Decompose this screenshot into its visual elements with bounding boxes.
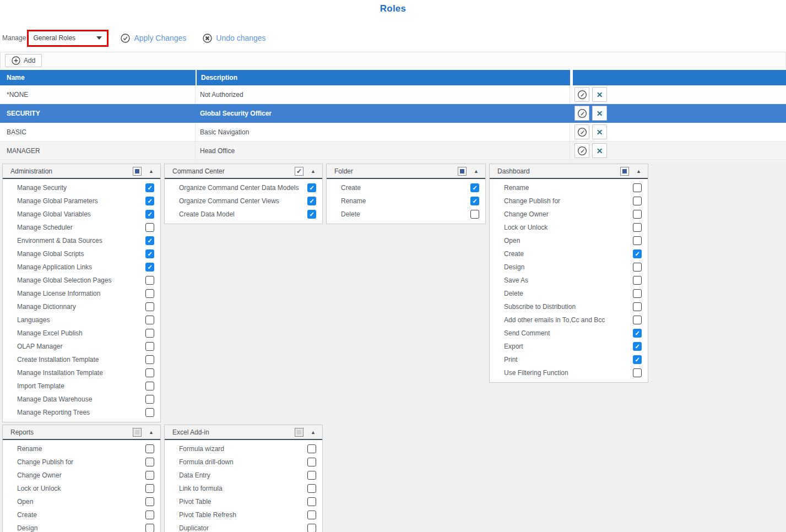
permission-item: Formula drill-down (165, 455, 322, 469)
delete-role-button[interactable]: ✕ (592, 124, 607, 139)
permission-checkbox[interactable] (307, 484, 316, 493)
permission-checkbox[interactable] (145, 368, 154, 377)
permission-checkbox[interactable] (145, 223, 154, 232)
permission-checkbox[interactable] (145, 236, 154, 245)
add-role-button[interactable]: Add (5, 54, 42, 67)
permission-checkbox[interactable] (633, 249, 642, 258)
permission-item: Manage Global Scripts (3, 247, 160, 260)
permission-item: Delete (327, 208, 485, 221)
column-header-description[interactable]: Description (197, 70, 570, 85)
permission-checkbox[interactable] (633, 302, 642, 311)
permission-checkbox[interactable] (145, 316, 154, 324)
permission-checkbox[interactable] (307, 210, 316, 219)
permission-checkbox[interactable] (145, 276, 154, 285)
panel-title: Command Center (172, 167, 295, 175)
roles-table-header: Name Description (0, 70, 786, 85)
permission-checkbox[interactable] (633, 342, 642, 351)
panel-checkall-checkbox[interactable] (133, 167, 142, 176)
permission-checkbox[interactable] (145, 249, 154, 258)
permission-checkbox[interactable] (145, 329, 154, 338)
permission-checkbox[interactable] (145, 342, 154, 351)
manage-roles-select[interactable]: General Roles (29, 31, 107, 45)
permission-checkbox[interactable] (470, 183, 479, 192)
column-header-name[interactable]: Name (0, 70, 196, 85)
permission-checkbox[interactable] (307, 471, 316, 480)
permission-checkbox[interactable] (307, 197, 316, 205)
permission-label: Data Entry (179, 471, 307, 479)
permission-checkbox[interactable] (145, 197, 154, 205)
apply-changes-button[interactable]: Apply Changes (121, 34, 186, 43)
permission-checkbox[interactable] (307, 458, 316, 466)
permission-checkbox[interactable] (633, 289, 642, 298)
edit-role-button[interactable] (574, 143, 589, 158)
permission-checkbox[interactable] (145, 524, 154, 532)
delete-role-button[interactable]: ✕ (592, 143, 607, 158)
permission-checkbox[interactable] (145, 210, 154, 219)
permission-item: Environment & Data Sources (3, 234, 160, 247)
role-name-cell: MANAGER (0, 142, 196, 160)
permission-item: Duplicator (165, 522, 322, 532)
permission-checkbox[interactable] (633, 329, 642, 338)
permission-label: Print (504, 356, 633, 363)
undo-changes-button[interactable]: Undo changes (203, 34, 265, 43)
permission-checkbox[interactable] (145, 382, 154, 390)
column-header-actions (573, 70, 786, 85)
permission-checkbox[interactable] (633, 183, 642, 192)
edit-role-button[interactable] (574, 87, 589, 102)
permission-checkbox[interactable] (145, 302, 154, 311)
permission-checkbox[interactable] (633, 276, 642, 285)
panel-body: Formula wizardFormula drill-downData Ent… (165, 440, 322, 532)
table-row[interactable]: MANAGERHead Office✕ (0, 142, 786, 160)
permission-checkbox[interactable] (633, 263, 642, 272)
permission-checkbox[interactable] (145, 183, 154, 192)
permission-checkbox[interactable] (633, 355, 642, 364)
table-row[interactable]: SECURITYGlobal Security Officer✕ (0, 104, 786, 123)
table-row[interactable]: *NONENot Authorized✕ (0, 85, 786, 104)
permission-checkbox[interactable] (307, 524, 316, 532)
delete-role-button[interactable]: ✕ (592, 87, 607, 102)
permission-checkbox[interactable] (145, 395, 154, 404)
panel-checkall-checkbox[interactable] (620, 167, 629, 176)
collapse-arrow-icon[interactable]: ▲ (311, 430, 316, 435)
permission-checkbox[interactable] (633, 223, 642, 232)
collapse-arrow-icon[interactable]: ▲ (311, 169, 316, 174)
permission-checkbox[interactable] (145, 263, 154, 272)
permission-checkbox[interactable] (145, 444, 154, 453)
panel-checkall-checkbox[interactable] (458, 167, 467, 176)
panel-checkall-checkbox[interactable] (133, 428, 142, 437)
permission-checkbox[interactable] (145, 289, 154, 298)
manage-label: Manage (2, 34, 26, 42)
permission-checkbox[interactable] (307, 444, 316, 453)
permission-item: Manage Security (3, 181, 160, 194)
permission-checkbox[interactable] (145, 471, 154, 480)
collapse-arrow-icon[interactable]: ▲ (474, 169, 479, 174)
collapse-arrow-icon[interactable]: ▲ (149, 169, 154, 174)
permission-checkbox[interactable] (470, 210, 479, 219)
permission-checkbox[interactable] (633, 368, 642, 377)
permission-checkbox[interactable] (145, 355, 154, 364)
collapse-arrow-icon[interactable]: ▲ (636, 169, 641, 174)
permission-checkbox[interactable] (470, 197, 479, 205)
permission-item: Manage Global Selection Pages (3, 274, 160, 287)
panel-checkall-checkbox[interactable] (295, 167, 303, 176)
permission-checkbox[interactable] (145, 511, 154, 519)
permission-checkbox[interactable] (633, 236, 642, 245)
permission-checkbox[interactable] (145, 484, 154, 493)
permission-checkbox[interactable] (633, 316, 642, 324)
permission-checkbox[interactable] (145, 408, 154, 417)
collapse-arrow-icon[interactable]: ▲ (149, 430, 154, 435)
permission-checkbox[interactable] (633, 197, 642, 205)
role-actions-cell: ✕ (570, 142, 786, 160)
permission-checkbox[interactable] (633, 210, 642, 219)
permission-checkbox[interactable] (145, 458, 154, 466)
permission-checkbox[interactable] (307, 497, 316, 506)
permission-checkbox[interactable] (145, 497, 154, 506)
edit-role-button[interactable] (574, 124, 589, 139)
delete-role-button[interactable]: ✕ (592, 106, 607, 121)
permission-checkbox[interactable] (307, 183, 316, 192)
permission-checkbox[interactable] (307, 511, 316, 519)
edit-role-button[interactable] (574, 106, 589, 121)
panel-checkall-checkbox[interactable] (295, 428, 303, 437)
permission-item: Open (490, 234, 648, 247)
table-row[interactable]: BASICBasic Navigation✕ (0, 123, 786, 142)
